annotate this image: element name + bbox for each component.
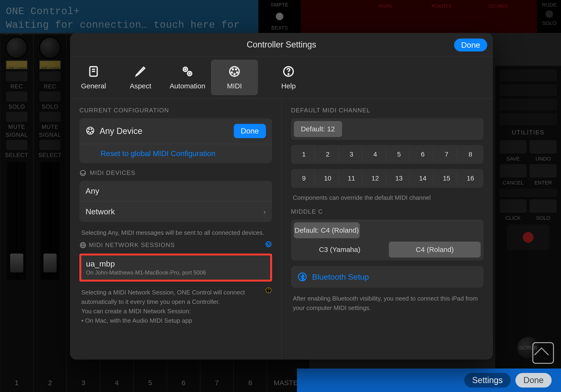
network-session-item[interactable]: ua_mbp On John-Matthews-M1-MacBook-Pro, … (79, 254, 272, 282)
svg-point-23 (84, 173, 85, 174)
solo-button[interactable] (39, 91, 61, 102)
modal-title: Controller Settings (247, 40, 316, 50)
undo-button[interactable] (529, 140, 557, 154)
svg-point-22 (81, 173, 82, 174)
midi-icon (228, 65, 241, 78)
svg-point-17 (90, 132, 90, 133)
save-button[interactable] (499, 140, 527, 154)
channel-option[interactable]: 12 (365, 171, 386, 185)
svg-point-11 (232, 69, 234, 70)
channel-option[interactable]: 8 (460, 147, 481, 162)
current-config-card: Any Device Done Reset to global MIDI Con… (79, 118, 272, 163)
document-icon (87, 65, 100, 78)
channel-option[interactable]: 2 (317, 147, 338, 162)
channel-strip: ONE Control REC SOLO MUTE SIGNAL SELECT … (33, 34, 66, 392)
refresh-button[interactable] (265, 241, 272, 249)
tab-help[interactable]: Help (265, 60, 312, 95)
fader[interactable] (7, 162, 26, 280)
channel-default-chip[interactable]: Default: 12 (294, 121, 342, 137)
strip-number: 1 (15, 376, 19, 390)
svg-point-6 (189, 73, 190, 74)
channel-option[interactable]: 16 (460, 171, 481, 185)
modal-done-button[interactable]: Done (454, 39, 487, 52)
session-detail: On John-Matthews-M1-MacBook-Pro, port 50… (86, 269, 265, 276)
mute-button[interactable] (6, 111, 28, 122)
midi-devices-list: Any Network› (79, 181, 272, 222)
cancel-button[interactable] (499, 164, 527, 178)
pan-knob[interactable] (6, 37, 28, 59)
enter-button[interactable] (529, 164, 557, 178)
channel-option[interactable]: 11 (341, 171, 362, 185)
rec-button[interactable] (39, 71, 61, 82)
tab-general[interactable]: General (70, 60, 117, 95)
svg-point-19 (88, 129, 89, 129)
svg-point-9 (234, 74, 235, 75)
brush-icon (134, 65, 147, 78)
session-name: ua_mbp (86, 259, 265, 268)
device-any[interactable]: Any (79, 181, 272, 201)
channel-option[interactable]: 4 (365, 147, 386, 162)
device-network[interactable]: Network› (79, 201, 272, 222)
current-config-label: CURRENT CONFIGURATION (79, 107, 272, 114)
channel-option[interactable]: 7 (436, 147, 457, 162)
middle-c-c3[interactable]: C3 (Yamaha) (294, 242, 386, 258)
display-line (499, 70, 557, 81)
svg-point-30 (268, 291, 269, 292)
channel-option[interactable]: 3 (341, 147, 362, 162)
click-button[interactable] (499, 199, 527, 213)
svg-point-20 (91, 129, 92, 129)
bluetooth-setup-card[interactable]: Bluetooth Setup (291, 266, 484, 288)
fader[interactable] (41, 162, 59, 280)
app-logo-icon (532, 342, 554, 364)
utilities-panel: UTILITIES SAVEUNDO CANCELENTER CLICKSOLO… (495, 66, 561, 369)
tab-midi[interactable]: MIDI (211, 60, 258, 95)
bluetooth-icon (298, 272, 307, 282)
done-button[interactable]: Done (515, 373, 552, 388)
midi-icon (79, 169, 86, 176)
connection-status-panel[interactable]: ONE Control+ Waiting for connection… tou… (0, 0, 259, 33)
tab-aspect[interactable]: Aspect (117, 60, 164, 95)
app-title: ONE Control+ (6, 5, 253, 18)
channel-option[interactable]: 9 (293, 171, 315, 185)
gears-icon (181, 65, 194, 78)
bluetooth-caption: After enabling Bluetooth visibility, you… (291, 294, 484, 316)
settings-button[interactable]: Settings (464, 373, 511, 388)
channel-option[interactable]: 6 (412, 147, 433, 162)
channel-grid-1: 1 2 3 4 5 6 7 8 (291, 145, 484, 164)
record-button[interactable] (507, 224, 549, 250)
pan-knob[interactable] (39, 37, 61, 59)
channel-option[interactable]: 10 (317, 171, 338, 185)
channel-option[interactable]: 5 (388, 147, 410, 162)
select-button[interactable] (39, 140, 61, 150)
channel-strip: ONE Control REC SOLO MUTE SIGNAL SELECT … (0, 34, 33, 392)
svg-point-8 (231, 72, 233, 73)
network-sessions-label: MIDI NETWORK SESSIONS (79, 241, 272, 249)
default-channel-label: DEFAULT MIDI CHANNEL (291, 107, 484, 114)
svg-point-12 (236, 69, 237, 70)
middle-c-c4[interactable]: C4 (Roland) (389, 242, 481, 258)
rec-button[interactable] (6, 71, 28, 82)
mute-button[interactable] (39, 111, 61, 122)
svg-point-16 (88, 131, 88, 132)
solo-button[interactable] (6, 91, 28, 102)
svg-point-14 (288, 74, 289, 75)
channel-option[interactable]: 14 (412, 171, 433, 185)
config-done-button[interactable]: Done (234, 124, 266, 138)
middle-c-default-chip[interactable]: Default: C4 (Roland) (294, 222, 360, 238)
channel-option[interactable]: 13 (388, 171, 410, 185)
midi-left-column: CURRENT CONFIGURATION Any Device Done Re… (70, 99, 282, 359)
help-icon[interactable] (265, 287, 272, 296)
current-device-name: Any Device (100, 126, 142, 136)
select-button[interactable] (6, 140, 28, 150)
chevron-right-icon: › (264, 208, 266, 216)
controller-settings-modal: Controller Settings Done General Aspect … (70, 33, 493, 359)
smpte-beats-toggle[interactable]: SMPTE BEATS (259, 0, 301, 33)
tab-automation[interactable]: Automation (164, 60, 211, 95)
record-icon (523, 232, 534, 243)
bottom-toolbar: Settings Done (297, 369, 561, 392)
channel-option[interactable]: 15 (436, 171, 457, 185)
channel-caption: Components can override the default MIDI… (291, 193, 484, 206)
reset-config-link[interactable]: Reset to global MIDI Configuration (101, 149, 216, 158)
solo-button[interactable] (529, 199, 557, 213)
channel-option[interactable]: 1 (293, 147, 315, 162)
